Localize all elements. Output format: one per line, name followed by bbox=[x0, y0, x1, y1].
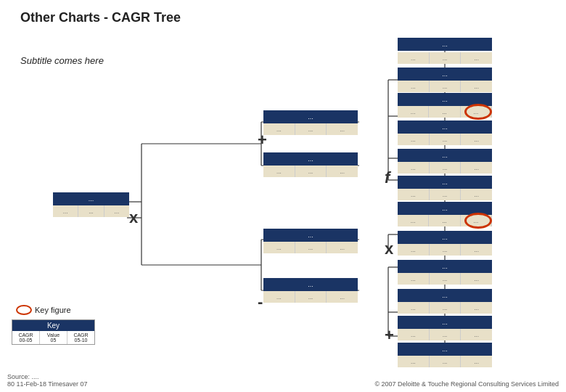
cagr-row: ... ... ... bbox=[398, 189, 492, 200]
legend: Key figure bbox=[16, 305, 71, 315]
cagr-block-r12: ... ... ... ... bbox=[398, 343, 492, 367]
key-table: Key CAGR00-05 Value05 CAGR05-10 bbox=[12, 319, 95, 345]
cagr-header: ... bbox=[263, 110, 358, 123]
cagr-block-r11: ... ... ... ... bbox=[398, 316, 492, 340]
cagr-header: ... bbox=[398, 68, 492, 81]
cagr-block-r5: ... ... ... ... bbox=[398, 149, 492, 173]
cagr-row: ... ... ... bbox=[398, 162, 492, 173]
cagr-block-r2: ... ... ... ... bbox=[398, 68, 492, 92]
cagr-block-m3: ... ... ... ... bbox=[263, 229, 358, 253]
footer-source: Source: .... bbox=[7, 373, 88, 380]
cagr-block-r3: ... ... ... ... bbox=[398, 93, 492, 118]
cagr-header: ... bbox=[398, 316, 492, 329]
cagr-row: ... ... ... bbox=[398, 273, 492, 285]
cagr-block-r7: ... ... ... ... bbox=[398, 202, 492, 226]
cagr-header: ... bbox=[263, 278, 358, 291]
cagr-header: ... bbox=[398, 231, 492, 244]
page-title: Other Charts - CAGR Tree bbox=[20, 10, 181, 25]
footer-info: 80 11-Feb-18 Timesaver 07 bbox=[7, 380, 88, 388]
cagr-header: ... bbox=[398, 289, 492, 302]
plus-operator-2: + bbox=[385, 326, 394, 345]
cagr-block-r8: ... ... ... ... bbox=[398, 231, 492, 256]
cagr-row: ... ... ... bbox=[53, 205, 129, 217]
cagr-block-r10: ... ... ... ... bbox=[398, 289, 492, 314]
cagr-row: ... ... ... bbox=[263, 166, 358, 177]
footer-right: © 2007 Deloitte & Touche Regional Consul… bbox=[374, 380, 559, 388]
minus-operator: - bbox=[258, 293, 263, 311]
cagr-header: ... bbox=[398, 121, 492, 134]
cagr-header: ... bbox=[263, 152, 358, 166]
x-operator-1: x bbox=[129, 208, 138, 227]
f-operator: f bbox=[385, 168, 390, 187]
cagr-header: ... bbox=[263, 229, 358, 242]
cagr-header: ... bbox=[398, 343, 492, 356]
key-oval-1 bbox=[464, 104, 492, 120]
cagr-row: ... ... ... bbox=[263, 242, 358, 253]
cagr-row: ... ... ... bbox=[398, 52, 492, 64]
x-operator-2: x bbox=[385, 240, 393, 258]
legend-label: Key figure bbox=[35, 306, 71, 314]
cagr-row: ... ... ... bbox=[398, 106, 492, 118]
cagr-block-r1b: ... ... ... bbox=[398, 52, 492, 64]
key-col-2: Value05 bbox=[40, 331, 67, 344]
cagr-row: ... ... ... bbox=[263, 123, 358, 135]
cagr-block-r6: ... ... ... ... bbox=[398, 176, 492, 200]
cagr-header: ... bbox=[398, 260, 492, 273]
cagr-row: ... ... ... bbox=[398, 356, 492, 367]
footer-left: Source: .... 80 11-Feb-18 Timesaver 07 bbox=[7, 373, 88, 388]
cagr-row: ... ... ... bbox=[398, 329, 492, 340]
cagr-block-r9: ... ... ... ... bbox=[398, 260, 492, 285]
cagr-header: ... bbox=[398, 176, 492, 189]
cagr-block-m2: ... ... ... ... bbox=[263, 152, 358, 177]
cagr-block-r4: ... ... ... ... bbox=[398, 121, 492, 145]
plus-operator-1: + bbox=[258, 131, 267, 150]
cagr-row: ... ... ... bbox=[398, 215, 492, 226]
key-table-header: Key bbox=[12, 320, 94, 331]
cagr-block-m1: ... ... ... ... bbox=[263, 110, 358, 135]
key-oval-2 bbox=[464, 213, 492, 229]
cagr-block-m4: ... ... ... ... bbox=[263, 278, 358, 303]
cagr-row: ... ... ... bbox=[398, 81, 492, 92]
legend-oval bbox=[16, 305, 32, 315]
key-col-3: CAGR05-10 bbox=[67, 331, 94, 344]
key-table-row: CAGR00-05 Value05 CAGR05-10 bbox=[12, 331, 94, 344]
cagr-row: ... ... ... bbox=[263, 291, 358, 303]
cagr-header: ... bbox=[53, 192, 129, 205]
cagr-row: ... ... ... bbox=[398, 302, 492, 314]
cagr-row: ... ... ... bbox=[398, 244, 492, 256]
cagr-header: ... bbox=[398, 149, 492, 162]
key-col-1: CAGR00-05 bbox=[12, 331, 40, 344]
cagr-block-l1: ... ... ... ... bbox=[53, 192, 129, 217]
cagr-header: ... bbox=[398, 38, 492, 51]
cagr-row: ... ... ... bbox=[398, 134, 492, 145]
subtitle: Subtitle comes here bbox=[20, 55, 104, 66]
cagr-block-r1: ... bbox=[398, 38, 492, 51]
